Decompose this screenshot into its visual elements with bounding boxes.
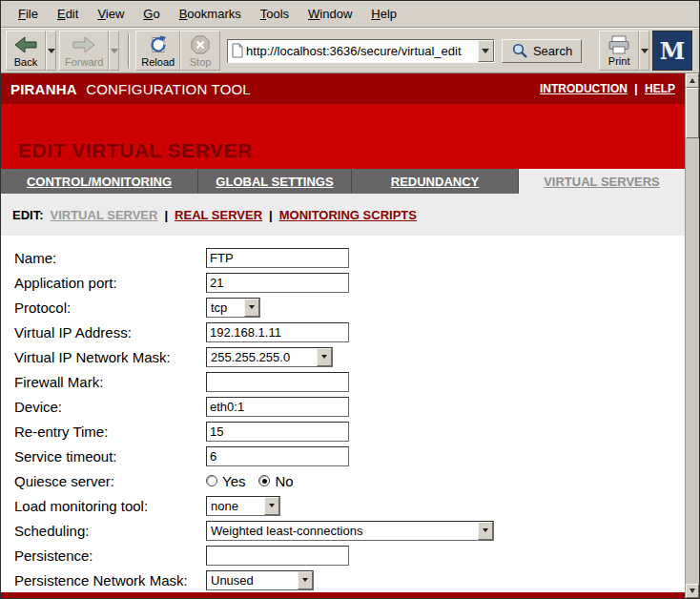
field-label: Scheduling: — [14, 523, 206, 539]
tab-bar: CONTROL/MONITORING GLOBAL SETTINGS REDUN… — [1, 169, 685, 194]
chevron-down-icon — [269, 504, 275, 507]
scrollbar-thumb[interactable] — [686, 88, 699, 138]
chevron-down-icon — [483, 528, 488, 532]
quiesce-no-radio[interactable] — [258, 475, 270, 486]
help-link[interactable]: HELP — [645, 82, 675, 95]
scrollbar-track[interactable] — [686, 138, 699, 584]
menu-bookmarks[interactable]: Bookmarks — [170, 2, 251, 26]
stop-button[interactable]: Stop — [180, 31, 220, 71]
scroll-up-button[interactable] — [686, 73, 699, 88]
select-arrow-button[interactable] — [298, 571, 313, 589]
menu-window[interactable]: Window — [299, 2, 361, 26]
menu-go[interactable]: Go — [134, 2, 169, 26]
select-value: tcp — [207, 299, 244, 317]
select-arrow-button[interactable] — [244, 299, 259, 317]
piranha-header: PIRANHA CONFIGURATION TOOL INTRODUCTION … — [1, 73, 685, 104]
tab-control-monitoring[interactable]: CONTROL/MONITORING — [1, 169, 198, 194]
subnav: EDIT: VIRTUAL SERVER | REAL SERVER | MON… — [1, 194, 685, 236]
field-label: Load monitoring tool: — [14, 498, 206, 514]
back-history-dropdown[interactable] — [46, 31, 56, 71]
chevron-down-icon — [321, 355, 327, 359]
print-button[interactable]: Print — [599, 31, 639, 71]
back-arrow-icon — [13, 34, 38, 55]
field-firewall-mark-row: Firewall Mark: — [1, 369, 685, 394]
subnav-real-server-link[interactable]: REAL SERVER — [175, 208, 262, 222]
back-label: Back — [14, 56, 37, 68]
browser-window: { "colors": { "header_red": "#990000", "… — [0, 0, 700, 599]
menu-tools[interactable]: Tools — [251, 2, 299, 26]
mozilla-m-icon: M — [655, 33, 690, 68]
menu-edit[interactable]: Edit — [48, 2, 88, 26]
field-protocol-row: Protocol: tcp — [1, 295, 685, 320]
forward-arrow-icon — [72, 34, 96, 55]
field-device-row: Device: — [1, 394, 685, 419]
field-reentry-time-row: Re-entry Time: — [1, 419, 685, 444]
subnav-monitoring-scripts-link[interactable]: MONITORING SCRIPTS — [279, 208, 417, 222]
chevron-down-icon — [482, 49, 489, 53]
quiesce-no-label: No — [275, 473, 293, 489]
quiesce-yes-radio[interactable] — [206, 475, 217, 486]
service-timeout-input[interactable] — [206, 446, 349, 466]
chevron-down-icon — [249, 305, 255, 309]
field-persistence-netmask-row: Persistence Network Mask: Unused — [1, 568, 685, 592]
brand-secondary: CONFIGURATION TOOL — [86, 81, 251, 97]
forward-button[interactable]: Forward — [59, 31, 109, 71]
device-input[interactable] — [206, 397, 349, 417]
menu-file[interactable]: File — [9, 2, 48, 26]
scheduling-select[interactable]: Weighted least-connections — [206, 521, 494, 541]
subnav-separator: | — [164, 208, 168, 222]
browser-viewport: PIRANHA CONFIGURATION TOOL INTRODUCTION … — [1, 73, 699, 598]
field-load-monitoring-row: Load monitoring tool: none — [1, 493, 685, 518]
svg-text:M: M — [660, 37, 686, 65]
arrow-down-icon — [690, 589, 695, 593]
field-persistence-row: Persistence: — [1, 543, 685, 568]
reload-button[interactable]: Reload — [135, 31, 180, 71]
page-title: EDIT VIRTUAL SERVER — [18, 139, 253, 162]
firewall-mark-input[interactable] — [206, 372, 349, 392]
menu-help[interactable]: Help — [361, 2, 406, 26]
field-label: Device: — [14, 399, 206, 415]
tab-global-settings[interactable]: GLOBAL SETTINGS — [198, 169, 352, 194]
field-scheduling-row: Scheduling: Weighted least-connections — [1, 518, 685, 543]
persistence-input[interactable] — [206, 546, 349, 566]
persistence-netmask-select[interactable]: Unused — [206, 570, 314, 590]
forward-label: Forward — [65, 56, 103, 68]
select-value: Unused — [207, 571, 298, 589]
search-button[interactable]: Search — [502, 39, 582, 63]
print-dropdown[interactable] — [639, 31, 649, 71]
vip-netmask-select[interactable]: 255.255.255.0 — [206, 347, 333, 367]
field-service-timeout-row: Service timeout: — [1, 444, 685, 468]
tab-virtual-servers[interactable]: VIRTUAL SERVERS — [519, 169, 685, 194]
select-arrow-button[interactable] — [478, 522, 493, 540]
browser-toolbar: Back Forward Reload Stop — [1, 28, 699, 73]
field-label: Application port: — [14, 275, 206, 291]
subnav-separator: | — [269, 208, 273, 222]
introduction-link[interactable]: INTRODUCTION — [540, 82, 628, 95]
forward-history-dropdown[interactable] — [109, 31, 119, 71]
header-links: INTRODUCTION | HELP — [540, 82, 675, 95]
select-arrow-button[interactable] — [317, 348, 332, 366]
print-label: Print — [608, 55, 630, 67]
name-input[interactable] — [206, 248, 349, 268]
url-input[interactable] — [244, 44, 478, 58]
field-virtual-ip-row: Virtual IP Address: — [1, 320, 685, 344]
back-button-group: Back — [6, 31, 56, 71]
back-button[interactable]: Back — [6, 31, 46, 71]
field-name-row: Name: — [1, 245, 685, 270]
url-dropdown-button[interactable] — [478, 40, 494, 62]
virtual-ip-input[interactable] — [206, 322, 349, 342]
load-monitoring-select[interactable]: none — [206, 496, 280, 516]
menu-view[interactable]: View — [88, 2, 134, 26]
header-link-separator: | — [634, 82, 637, 95]
tab-redundancy[interactable]: REDUNDANCY — [352, 169, 519, 194]
application-port-input[interactable] — [206, 273, 349, 293]
arrow-up-icon — [690, 78, 695, 83]
subnav-virtual-server-current[interactable]: VIRTUAL SERVER — [51, 208, 158, 222]
reentry-time-input[interactable] — [206, 422, 349, 442]
field-label: Persistence Network Mask: — [14, 572, 206, 589]
field-label: Service timeout: — [14, 448, 206, 465]
page-icon — [231, 43, 244, 58]
scroll-down-button[interactable] — [686, 584, 699, 598]
protocol-select[interactable]: tcp — [206, 298, 260, 318]
select-arrow-button[interactable] — [264, 497, 279, 515]
